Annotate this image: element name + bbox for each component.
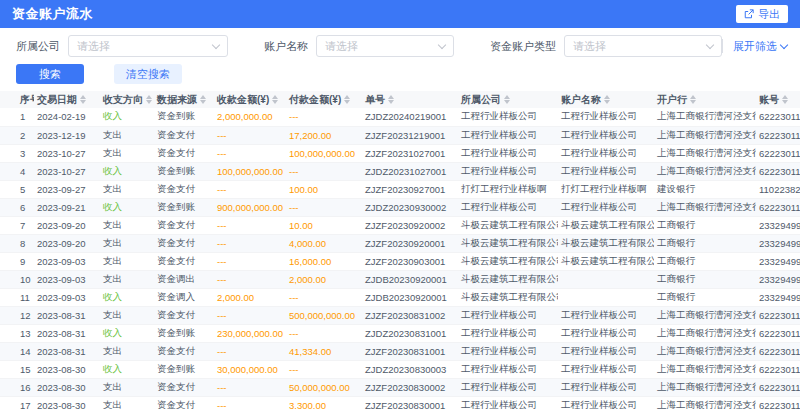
table-row[interactable]: 122023-08-31支出资金支付---500,000,000.00ZJZF2… bbox=[0, 306, 800, 324]
cell-account-name: 工程行业样板公司 bbox=[558, 342, 654, 360]
cell-index: 16 bbox=[0, 378, 34, 396]
clear-search-button[interactable]: 清空搜索 bbox=[114, 64, 182, 84]
account-name-select-placeholder: 请选择 bbox=[325, 39, 358, 54]
table-row[interactable]: 82023-09-20支出资金支付---4,000.00ZJZF20230920… bbox=[0, 234, 800, 252]
column-header[interactable]: 账户名称 bbox=[558, 91, 654, 108]
cell-bank: 上海工商银行漕河泾支行 bbox=[654, 144, 756, 162]
table-row[interactable]: 72023-09-20支出资金支付---10.00ZJZF20230920002… bbox=[0, 216, 800, 234]
table-row[interactable]: 142023-08-31支出资金支付---41,334.00ZJZF202308… bbox=[0, 342, 800, 360]
cell-source: 资金支付 bbox=[154, 144, 214, 162]
cell-date: 2023-09-03 bbox=[34, 252, 100, 270]
cell-company: 打灯工程行业样板啊 bbox=[458, 180, 558, 198]
cell-bank: 工商银行 bbox=[654, 252, 756, 270]
column-header-label: 交易日期 bbox=[37, 94, 77, 105]
cell-account-name: 工程行业样板公司 bbox=[558, 162, 654, 180]
column-header[interactable]: 付款金额(¥) bbox=[286, 91, 362, 108]
column-header[interactable]: 所属公司 bbox=[458, 91, 558, 108]
table-row[interactable]: 112023-09-03收入资金调入2,000.00---ZJDB2023092… bbox=[0, 288, 800, 306]
cell-source: 资金支付 bbox=[154, 234, 214, 252]
cell-company: 斗极云建筑工程有限公司 bbox=[458, 270, 558, 288]
company-select[interactable]: 请选择 bbox=[68, 35, 228, 57]
cell-bank: 上海工商银行漕河泾支行 bbox=[654, 378, 756, 396]
cell-source: 资金支付 bbox=[154, 342, 214, 360]
table-row[interactable]: 132023-08-31收入资金到账230,000,000.00---ZJDZ2… bbox=[0, 324, 800, 342]
column-header-label: 账户名称 bbox=[561, 94, 601, 105]
table-row[interactable]: 152023-08-30收入资金到账30,000,000.00---ZJDZ20… bbox=[0, 360, 800, 378]
cell-bank: 建设银行 bbox=[654, 180, 756, 198]
cell-account-name: 工程行业样板公司 bbox=[558, 360, 654, 378]
cell-source: 资金到账 bbox=[154, 162, 214, 180]
cell-direction: 收入 bbox=[100, 288, 154, 306]
account-type-select[interactable]: 请选择 bbox=[564, 35, 722, 57]
cell-direction: 支出 bbox=[100, 396, 154, 409]
cell-receipt-amount: --- bbox=[214, 396, 286, 409]
account-name-select[interactable]: 请选择 bbox=[316, 35, 454, 57]
cell-account-name: 工程行业样板公司 bbox=[558, 108, 654, 126]
sort-icon bbox=[504, 95, 510, 104]
transactions-table: 序号交易日期收支方向数据来源收款金额(¥)付款金额(¥)单号所属公司账户名称开户… bbox=[0, 91, 800, 409]
cell-order-number: ZJDZ20240219001 bbox=[362, 108, 458, 126]
sort-icon bbox=[782, 95, 788, 104]
cell-source: 资金支付 bbox=[154, 216, 214, 234]
table-row[interactable]: 22023-12-19支出资金支付---17,200.00ZJZF2023121… bbox=[0, 126, 800, 144]
cell-account-number: 62223011 bbox=[756, 342, 800, 360]
table-row[interactable]: 162023-08-30支出资金支付---50,000,000.00ZJZF20… bbox=[0, 378, 800, 396]
cell-order-number: ZJDZ20230930002 bbox=[362, 198, 458, 216]
cell-index: 7 bbox=[0, 216, 34, 234]
cell-company: 工程行业样板公司 bbox=[458, 126, 558, 144]
cell-account-number: 62223011 bbox=[756, 360, 800, 378]
cell-order-number: ZJZF20231219001 bbox=[362, 126, 458, 144]
table-row[interactable]: 42023-10-27收入资金到账100,000,000.00---ZJDZ20… bbox=[0, 162, 800, 180]
column-header[interactable]: 开户行 bbox=[654, 91, 756, 108]
cell-receipt-amount: --- bbox=[214, 216, 286, 234]
cell-order-number: ZJDB20230920001 bbox=[362, 270, 458, 288]
cell-account-name bbox=[558, 270, 654, 288]
cell-receipt-amount: --- bbox=[214, 306, 286, 324]
cell-payment-amount: 50,000,000.00 bbox=[286, 378, 362, 396]
cell-date: 2023-10-27 bbox=[34, 144, 100, 162]
expand-filter-area: 展开筛选 bbox=[722, 39, 787, 54]
filter-buttons-row: 搜索 清空搜索 bbox=[16, 64, 784, 84]
cell-bank: 工商银行 bbox=[654, 216, 756, 234]
cell-company: 工程行业样板公司 bbox=[458, 396, 558, 409]
column-header[interactable]: 交易日期 bbox=[34, 91, 100, 108]
cell-direction: 支出 bbox=[100, 216, 154, 234]
table-row[interactable]: 12024-02-19收入资金到账2,000,000.00---ZJDZ2024… bbox=[0, 108, 800, 126]
cell-direction: 支出 bbox=[100, 126, 154, 144]
cell-source: 资金支付 bbox=[154, 126, 214, 144]
column-header[interactable]: 数据来源 bbox=[154, 91, 214, 108]
table-row[interactable]: 52023-09-27支出资金支付---100.00ZJZF2023092700… bbox=[0, 180, 800, 198]
sort-icon bbox=[604, 95, 610, 104]
column-header[interactable]: 单号 bbox=[362, 91, 458, 108]
filter-account-type-label: 资金账户类型 bbox=[490, 39, 556, 54]
cell-receipt-amount: --- bbox=[214, 252, 286, 270]
cell-account-number: 62223011 bbox=[756, 378, 800, 396]
expand-filters-link[interactable]: 展开筛选 bbox=[733, 39, 787, 54]
column-header-label: 序号 bbox=[20, 94, 34, 105]
search-button[interactable]: 搜索 bbox=[16, 64, 84, 84]
table-row[interactable]: 92023-09-03支出资金支付---16,000.00ZJZF2023090… bbox=[0, 252, 800, 270]
cell-account-name: 斗极云建筑工程有限公司 bbox=[558, 252, 654, 270]
cell-receipt-amount: 230,000,000.00 bbox=[214, 324, 286, 342]
column-header[interactable]: 账号 bbox=[756, 91, 800, 108]
cell-company: 工程行业样板公司 bbox=[458, 198, 558, 216]
cell-direction: 支出 bbox=[100, 144, 154, 162]
cell-order-number: ZJZF20230903001 bbox=[362, 252, 458, 270]
table-row[interactable]: 172023-08-30支出资金支付---3,300.00ZJZF2023083… bbox=[0, 396, 800, 409]
table-row[interactable]: 102023-09-03支出资金调出---2,000.00ZJDB2023092… bbox=[0, 270, 800, 288]
cell-date: 2023-09-27 bbox=[34, 180, 100, 198]
export-button[interactable]: 导出 bbox=[736, 5, 788, 23]
column-header-label: 开户行 bbox=[657, 94, 687, 105]
cell-bank: 上海工商银行漕河泾支行 bbox=[654, 162, 756, 180]
cell-receipt-amount: --- bbox=[214, 234, 286, 252]
cell-index: 3 bbox=[0, 144, 34, 162]
cell-direction: 收入 bbox=[100, 162, 154, 180]
column-header-label: 收款金额(¥) bbox=[217, 94, 269, 105]
cell-direction: 支出 bbox=[100, 378, 154, 396]
column-header[interactable]: 收款金额(¥) bbox=[214, 91, 286, 108]
table-row[interactable]: 62023-09-21收入资金到账900,000,000.00---ZJDZ20… bbox=[0, 198, 800, 216]
cell-receipt-amount: --- bbox=[214, 270, 286, 288]
table-row[interactable]: 32023-10-27支出资金支付---100,000,000.00ZJZF20… bbox=[0, 144, 800, 162]
cell-account-name: 工程行业样板公司 bbox=[558, 324, 654, 342]
column-header[interactable]: 收支方向 bbox=[100, 91, 154, 108]
